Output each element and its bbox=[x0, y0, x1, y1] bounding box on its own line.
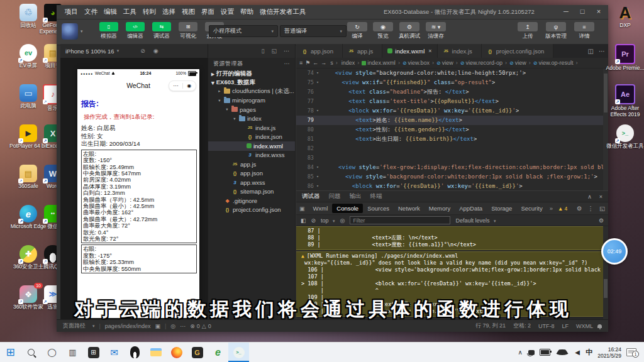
close-button[interactable]: × bbox=[591, 5, 607, 18]
breadcrumb-item[interactable]: view.record-op › bbox=[460, 60, 508, 66]
fold-arrow-icon[interactable] bbox=[314, 134, 321, 144]
devtools-tab[interactable]: Network bbox=[394, 204, 425, 213]
taskbar-item[interactable] bbox=[166, 343, 187, 362]
tree-item[interactable]: index.json bbox=[208, 133, 295, 142]
taskbar-item[interactable] bbox=[125, 343, 145, 362]
taskbar-item[interactable]: >_ bbox=[228, 343, 249, 362]
fold-arrow-icon[interactable]: ▾ bbox=[314, 69, 321, 78]
devtools-tab[interactable]: Sources bbox=[363, 204, 394, 213]
more-icon[interactable]: ⋯ bbox=[284, 60, 291, 67]
menu-item[interactable]: 视图 bbox=[179, 8, 198, 16]
compile-select[interactable]: 普通编译 ▾ bbox=[280, 25, 347, 37]
close-icon[interactable]: × bbox=[428, 48, 431, 54]
fold-arrow-icon[interactable] bbox=[314, 144, 321, 153]
devtools-tab[interactable]: Memory bbox=[425, 204, 455, 213]
console-sidebar-icon[interactable]: ◧ bbox=[301, 217, 306, 224]
breadcrumb-item[interactable]: index › bbox=[340, 60, 361, 66]
tree-item[interactable]: app.wxss bbox=[208, 178, 295, 187]
fold-arrow-icon[interactable]: ▾ bbox=[314, 172, 321, 182]
breadcrumb-item[interactable]: view.box › bbox=[402, 60, 435, 66]
breadcrumb-item[interactable]: view › bbox=[436, 60, 459, 66]
recording-timer[interactable]: 02:49 bbox=[601, 238, 628, 265]
eye-icon[interactable]: ◎ bbox=[340, 217, 345, 224]
tree-item[interactable]: app.json bbox=[208, 169, 295, 178]
bookmark-icon[interactable]: ⚑ bbox=[305, 60, 310, 66]
breadcrumb-item[interactable]: view.op-result › bbox=[533, 60, 579, 66]
fold-arrow-icon[interactable] bbox=[314, 116, 321, 125]
close-panel-icon[interactable]: × bbox=[599, 194, 602, 200]
fold-arrow-icon[interactable]: ▾ bbox=[314, 163, 321, 172]
menu-item[interactable]: 设置 bbox=[218, 8, 237, 16]
warning-count-badge[interactable]: ▲ 4 bbox=[558, 206, 567, 212]
code-area[interactable]: 74 ▾ <view style="background-color:white… bbox=[296, 69, 608, 190]
status-segment[interactable]: 行 79, 列 21 bbox=[475, 322, 506, 330]
fold-arrow-icon[interactable] bbox=[314, 97, 321, 106]
menu-item[interactable]: 转到 bbox=[140, 8, 159, 16]
notification-center-icon[interactable]: 1 bbox=[626, 348, 636, 356]
microphone-icon[interactable] bbox=[528, 350, 535, 355]
panel-tab[interactable]: 调试器 bbox=[302, 192, 320, 200]
tree-item[interactable]: project.config.json bbox=[208, 206, 295, 215]
tree-item[interactable]: index.wxml bbox=[208, 141, 295, 151]
outline-icon[interactable]: ≡ bbox=[299, 60, 303, 66]
tree-item[interactable]: ▾ index bbox=[208, 114, 295, 124]
inspect-element-icon[interactable]: ▣ bbox=[299, 206, 305, 212]
fold-arrow-icon[interactable] bbox=[314, 153, 321, 163]
toolbar-button[interactable]: ≋ ▾ 清缓存 bbox=[426, 22, 446, 40]
more-icon[interactable]: ⋯ bbox=[180, 323, 186, 329]
hidden-icons-button[interactable]: ∧ bbox=[517, 349, 523, 356]
tree-item[interactable]: .gitignore bbox=[208, 196, 295, 206]
taskbar-item[interactable]: ⊞ bbox=[83, 343, 104, 362]
tree-item[interactable]: ▾ pages bbox=[208, 105, 295, 114]
more-icon[interactable]: ⋯ bbox=[284, 48, 289, 54]
devtools-tab[interactable]: AppData bbox=[455, 204, 487, 213]
toolbar-button[interactable]: ≡ 详情 bbox=[574, 22, 594, 40]
fold-arrow-icon[interactable] bbox=[314, 125, 321, 134]
taskbar-item[interactable] bbox=[21, 343, 42, 362]
levels-select[interactable]: Default levels ▾ bbox=[455, 217, 496, 224]
ime-indicator[interactable]: 中 bbox=[586, 348, 592, 357]
context-select[interactable]: top ▾ bbox=[321, 217, 335, 224]
close-circle-button[interactable]: ◉ bbox=[183, 82, 196, 90]
battery-icon[interactable] bbox=[540, 349, 550, 356]
editor-tab[interactable]: project.config.json bbox=[482, 44, 554, 58]
menu-item[interactable]: 帮助 bbox=[237, 8, 257, 16]
taskbar-item[interactable]: ✉ bbox=[104, 343, 125, 362]
mute-icon[interactable]: ⊘ bbox=[140, 48, 145, 54]
maximize-button[interactable]: □ bbox=[574, 5, 591, 18]
page-path-label[interactable]: 页面路径 bbox=[63, 322, 86, 330]
record-icon[interactable]: ◉ bbox=[153, 48, 158, 54]
toolbar-button[interactable]: ⇆ 调试器 bbox=[150, 22, 174, 40]
clear-console-icon[interactable]: ⊘ bbox=[311, 217, 316, 224]
status-segment[interactable]: LF bbox=[562, 323, 569, 329]
toolbar-button[interactable]: ▯ 模拟器 bbox=[97, 22, 121, 40]
simulator-device-label[interactable]: iPhone 5 100% 16 bbox=[65, 48, 114, 55]
toolbar-button[interactable]: ‹/› 编辑器 bbox=[123, 22, 147, 40]
settings-gear-icon[interactable]: ⚙ bbox=[577, 205, 582, 212]
desktop-icon[interactable]: >_ 微信开发者工具 bbox=[606, 124, 644, 165]
tree-item[interactable]: ▾ miniprogram bbox=[208, 96, 295, 106]
tree-item[interactable]: sitemap.json bbox=[208, 187, 295, 197]
title-bar[interactable]: 项目文件编辑工具转到选择视图界面设置帮助微信开发者工具 EX603-Databa… bbox=[57, 5, 608, 19]
collapse-panel-icon[interactable]: ∧ bbox=[587, 194, 592, 200]
toolbar-button[interactable]: ⚙ 真机调试 bbox=[399, 22, 420, 40]
console-settings-gear-icon[interactable]: ⚙ bbox=[599, 217, 604, 224]
minimize-button[interactable]: ─ bbox=[558, 5, 574, 18]
filter-input[interactable]: Filter bbox=[350, 216, 450, 224]
tree-item[interactable]: index.wxss bbox=[208, 151, 295, 160]
devtools-tab[interactable]: Security bbox=[516, 204, 547, 213]
breadcrumb-item[interactable]: s › bbox=[329, 60, 339, 66]
taskbar-item[interactable]: ▥ bbox=[62, 343, 83, 362]
taskbar-item[interactable]: G bbox=[187, 343, 208, 362]
breadcrumb-item[interactable]: view › bbox=[509, 60, 532, 66]
avatar-caret-icon[interactable]: ▾ bbox=[80, 29, 83, 34]
editor-tab[interactable]: index.wxml × bbox=[382, 44, 437, 58]
editor-tab[interactable]: app.js bbox=[343, 44, 382, 58]
multi-window-icon[interactable]: ◱ bbox=[271, 48, 277, 54]
breadcrumb-item[interactable]: index.wxml › bbox=[362, 60, 401, 66]
menu-item[interactable]: 界面 bbox=[198, 8, 218, 16]
more-vertical-icon[interactable]: ⋮ bbox=[588, 205, 594, 212]
fold-arrow-icon[interactable]: ▾ bbox=[314, 106, 321, 116]
forward-icon[interactable]: → bbox=[321, 60, 326, 66]
volume-icon[interactable]: ◀ bbox=[574, 349, 580, 356]
